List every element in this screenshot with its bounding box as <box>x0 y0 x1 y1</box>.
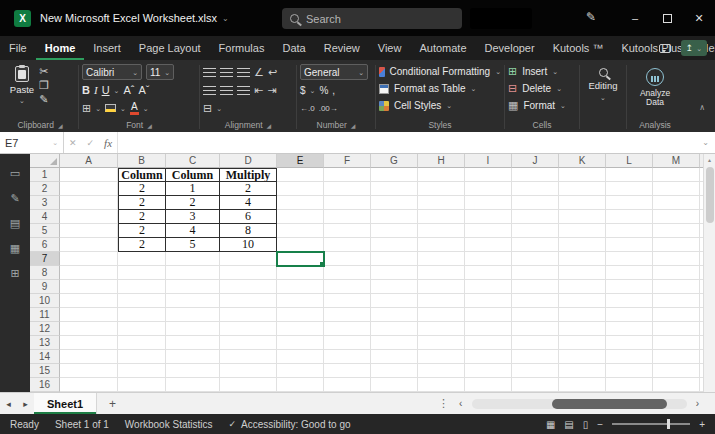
cell-G5[interactable] <box>371 224 418 238</box>
cell-G16[interactable] <box>371 378 418 392</box>
cell-K4[interactable] <box>559 210 606 224</box>
cell-K12[interactable] <box>559 322 606 336</box>
dialog-launcher-icon[interactable]: ◢ <box>351 122 356 129</box>
row-header-8[interactable]: 8 <box>30 266 60 280</box>
zoom-out-icon[interactable]: − <box>597 419 603 430</box>
cell-C6[interactable]: 5 <box>166 238 220 252</box>
name-box[interactable]: E7 ⌄ <box>0 132 64 153</box>
cell-E13[interactable] <box>277 336 324 350</box>
row-header-16[interactable]: 16 <box>30 378 60 392</box>
select-all-button[interactable] <box>30 154 60 168</box>
column-header-D[interactable]: D <box>220 154 277 168</box>
cell-A15[interactable] <box>60 364 118 378</box>
format-button[interactable]: ▦ Format ⌄ <box>508 97 576 114</box>
cell-L5[interactable] <box>606 224 653 238</box>
enter-icon[interactable]: ✓ <box>87 138 95 148</box>
comments-icon[interactable] <box>659 44 671 53</box>
cell-F12[interactable] <box>324 322 371 336</box>
cell-G13[interactable] <box>371 336 418 350</box>
cell-L7[interactable] <box>606 252 653 266</box>
cell-E9[interactable] <box>277 280 324 294</box>
cell-G10[interactable] <box>371 294 418 308</box>
cell-C4[interactable]: 3 <box>166 210 220 224</box>
cell-L10[interactable] <box>606 294 653 308</box>
sheet-count[interactable]: Sheet 1 of 1 <box>55 419 109 430</box>
next-sheet-icon[interactable]: ▸ <box>17 399 34 409</box>
cell-C1[interactable]: Column II <box>166 168 220 182</box>
cell-D6[interactable]: 10 <box>220 238 277 252</box>
cell-I6[interactable] <box>465 238 512 252</box>
cell-F4[interactable] <box>324 210 371 224</box>
cell-D7[interactable] <box>220 252 277 266</box>
cell-B7[interactable] <box>118 252 166 266</box>
cell-C9[interactable] <box>166 280 220 294</box>
cell-J1[interactable] <box>512 168 559 182</box>
shrink-font-button[interactable]: Aˇ <box>138 84 149 97</box>
cell-G12[interactable] <box>371 322 418 336</box>
tab-review[interactable]: Review <box>315 36 369 60</box>
cell-B5[interactable]: 2 <box>118 224 166 238</box>
cell-styles-button[interactable]: Cell Styles ⌄ <box>379 97 501 114</box>
cell-M9[interactable] <box>653 280 700 294</box>
cell-F14[interactable] <box>324 350 371 364</box>
cell-H16[interactable] <box>418 378 465 392</box>
tab-data[interactable]: Data <box>273 36 314 60</box>
cell-L12[interactable] <box>606 322 653 336</box>
cell-F11[interactable] <box>324 308 371 322</box>
analyze-data-button[interactable]: Analyze Data <box>632 63 678 118</box>
tab-formulas[interactable]: Formulas <box>210 36 274 60</box>
dialog-launcher-icon[interactable]: ◢ <box>267 122 272 129</box>
cell-H8[interactable] <box>418 266 465 280</box>
insert-function-icon[interactable]: fx <box>104 137 112 149</box>
tab-view[interactable]: View <box>369 36 411 60</box>
cell-I14[interactable] <box>465 350 512 364</box>
cell-B10[interactable] <box>118 294 166 308</box>
cell-L3[interactable] <box>606 196 653 210</box>
cell-A13[interactable] <box>60 336 118 350</box>
cell-J9[interactable] <box>512 280 559 294</box>
cell-F13[interactable] <box>324 336 371 350</box>
cell-G15[interactable] <box>371 364 418 378</box>
cell-B1[interactable]: Column I <box>118 168 166 182</box>
cell-K3[interactable] <box>559 196 606 210</box>
cut-icon[interactable]: ✂ <box>39 65 48 78</box>
align-middle-icon[interactable] <box>220 68 233 77</box>
row-header-6[interactable]: 6 <box>30 238 60 252</box>
column-header-B[interactable]: B <box>118 154 166 168</box>
zoom-slider-thumb[interactable] <box>667 419 670 429</box>
cell-J2[interactable] <box>512 182 559 196</box>
cell-M11[interactable] <box>653 308 700 322</box>
cell-L15[interactable] <box>606 364 653 378</box>
cell-E6[interactable] <box>277 238 324 252</box>
cell-D16[interactable] <box>220 378 277 392</box>
cell-M15[interactable] <box>653 364 700 378</box>
cell-K5[interactable] <box>559 224 606 238</box>
row-header-15[interactable]: 15 <box>30 364 60 378</box>
cell-A9[interactable] <box>60 280 118 294</box>
kutools-pane-icon-4[interactable]: ▦ <box>10 243 20 254</box>
cell-F2[interactable] <box>324 182 371 196</box>
cell-H12[interactable] <box>418 322 465 336</box>
cell-K10[interactable] <box>559 294 606 308</box>
cell-E11[interactable] <box>277 308 324 322</box>
cell-D10[interactable] <box>220 294 277 308</box>
cell-C14[interactable] <box>166 350 220 364</box>
cell-E14[interactable] <box>277 350 324 364</box>
cell-D2[interactable]: 2 <box>220 182 277 196</box>
row-header-11[interactable]: 11 <box>30 308 60 322</box>
dialog-launcher-icon[interactable]: ◢ <box>147 122 152 129</box>
cell-M12[interactable] <box>653 322 700 336</box>
cell-A3[interactable] <box>60 196 118 210</box>
cell-H11[interactable] <box>418 308 465 322</box>
normal-view-icon[interactable]: ▦ <box>546 419 555 430</box>
row-header-3[interactable]: 3 <box>30 196 60 210</box>
cell-J8[interactable] <box>512 266 559 280</box>
cell-K8[interactable] <box>559 266 606 280</box>
cell-H13[interactable] <box>418 336 465 350</box>
cell-J14[interactable] <box>512 350 559 364</box>
insert-button[interactable]: ⊞ Insert ⌄ <box>508 63 576 80</box>
cell-M8[interactable] <box>653 266 700 280</box>
delete-button[interactable]: ⊟ Delete ⌄ <box>508 80 576 97</box>
zoom-slider[interactable] <box>612 423 690 425</box>
underline-button[interactable]: U <box>102 84 110 97</box>
